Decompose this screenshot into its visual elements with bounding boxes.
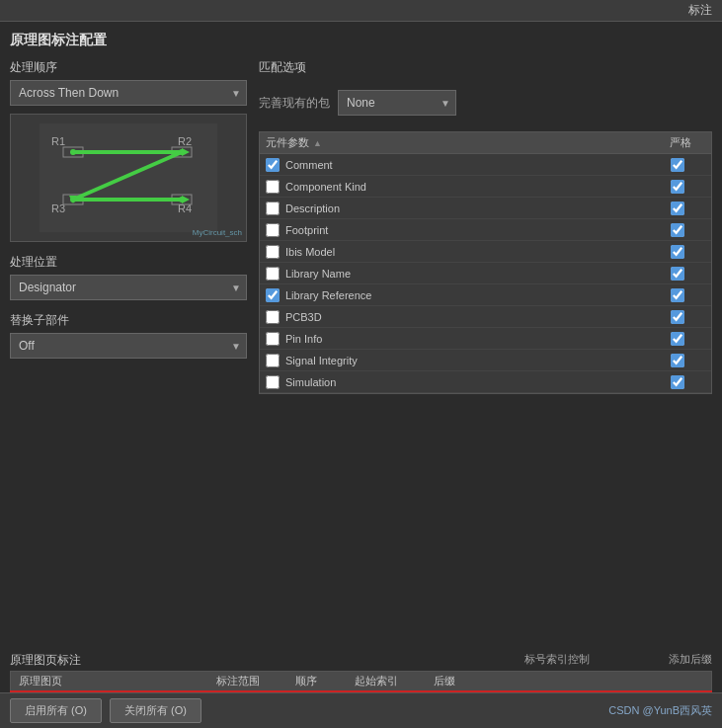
param-name-simulation: Simulation [285,376,656,388]
param-checkbox-componentkind[interactable] [266,180,280,194]
param-strict-check-comment[interactable] [671,158,684,172]
position-section-label: 处理位置 [10,254,247,271]
param-strict-description [656,202,705,215]
param-checkbox-footprint[interactable] [266,223,280,237]
replace-dropdown[interactable]: Off On [10,333,247,359]
param-strict-check-libraryname[interactable] [671,267,684,281]
col-range: 标注范围 [208,674,287,688]
param-strict-check-pcb3d[interactable] [671,310,684,324]
top-bar-label: 标注 [688,2,712,19]
col-suffix: 后缀 [426,674,485,688]
param-strict-check-description[interactable] [671,202,684,215]
param-row-comment: Comment [260,154,711,176]
col-order: 顺序 [287,674,347,688]
param-strict-ibismodel [656,245,705,259]
bottom-header-labels: 原理图页标注 标号索引控制 添加后缀 [10,652,712,669]
param-row-libraryname: Library Name [260,263,711,284]
param-strict-check-signalintegrity[interactable] [671,354,684,367]
bottom-section-title: 原理图页标注 [10,652,81,669]
param-row-footprint: Footprint [260,219,711,241]
svg-text:R1: R1 [51,135,65,147]
param-strict-check-footprint[interactable] [671,223,684,237]
param-name-libraryname: Library Name [285,268,656,280]
complete-row: 完善现有的包 None ▼ [259,90,712,116]
param-name-signalintegrity: Signal Integrity [285,355,656,366]
param-checkbox-libraryref[interactable] [266,288,280,302]
order-section: 处理顺序 Across Then Down Down Then Across B… [10,59,247,106]
enable-all-button[interactable]: 启用所有 (O) [10,698,102,723]
param-name-pininfo: Pin Info [285,333,656,345]
position-dropdown[interactable]: Designator Center Pin 1 [10,275,247,300]
param-checkbox-pininfo[interactable] [266,332,280,346]
strict-col-header: 严格 [656,135,705,150]
param-strict-check-pininfo[interactable] [671,332,684,346]
order-section-label: 处理顺序 [10,59,247,76]
right-panel: 匹配选项 完善现有的包 None ▼ 元件参数 [259,59,712,642]
param-checkbox-signalintegrity[interactable] [266,354,280,367]
param-name-libraryref: Library Reference [285,289,656,301]
param-strict-comment [656,158,705,172]
svg-point-15 [70,149,76,155]
preview-watermark: MyCircuit_sch [193,228,242,237]
param-row-componentkind: Component Kind [260,176,711,198]
param-checkbox-pcb3d[interactable] [266,310,280,324]
bottom-table-header1: 原理图页 标注范围 顺序 起始索引 后缀 [10,671,712,690]
param-name-description: Description [285,202,656,214]
param-name-ibismodel: Ibis Model [285,246,656,258]
content-area: 处理顺序 Across Then Down Down Then Across B… [10,59,712,642]
param-strict-pininfo [656,332,705,346]
param-strict-componentkind [656,180,705,194]
svg-text:R2: R2 [178,135,192,147]
param-checkbox-libraryname[interactable] [266,267,280,281]
params-col-label: 元件参数 [266,135,309,150]
bottom-toolbar: 启用所有 (O) 关闭所有 (O) CSDN @YunB西风英 [0,692,722,728]
param-strict-check-ibismodel[interactable] [671,245,684,259]
param-row-pininfo: Pin Info [260,328,711,350]
position-section: 处理位置 Designator Center Pin 1 ▼ [10,250,247,300]
param-row-libraryref: Library Reference [260,284,711,306]
param-strict-check-componentkind[interactable] [671,180,684,194]
param-strict-footprint [656,223,705,237]
param-row-pcb3d: PCB3D [260,306,711,328]
param-strict-check-simulation[interactable] [671,375,684,389]
preview-svg: R1 R2 R3 R4 [40,123,217,232]
col-schpage: 原理图页 [11,674,208,688]
param-name-comment: Comment [285,159,656,171]
svg-point-18 [179,197,185,202]
complete-label: 完善现有的包 [259,95,330,112]
replace-dropdown-container: Off On ▼ [10,333,247,359]
param-strict-libraryname [656,267,705,281]
top-bar: 标注 [0,0,722,22]
param-name-footprint: Footprint [285,224,656,236]
param-strict-signalintegrity [656,354,705,367]
watermark: CSDN @YunB西风英 [608,703,712,718]
param-name-pcb3d: PCB3D [285,311,656,323]
bottom-ctrl-labels: 标号索引控制 添加后缀 [524,652,712,669]
disable-all-button[interactable]: 关闭所有 (O) [110,698,201,723]
svg-point-16 [179,149,185,155]
preview-box: R1 R2 R3 R4 [10,114,247,242]
sort-icon: ▲ [313,138,322,148]
main-container: 原理图标注配置 处理顺序 Across Then Down Down Then … [0,22,722,728]
param-strict-simulation [656,375,705,389]
params-col-header: 元件参数 ▲ [266,135,656,150]
param-checkbox-description[interactable] [266,202,280,215]
position-dropdown-container: Designator Center Pin 1 ▼ [10,275,247,300]
param-row-ibismodel: Ibis Model [260,241,711,263]
param-row-simulation: Simulation [260,371,711,393]
param-checkbox-simulation[interactable] [266,375,280,389]
order-dropdown[interactable]: Across Then Down Down Then Across By X L… [10,80,247,106]
param-strict-check-libraryref[interactable] [671,288,684,302]
param-checkbox-comment[interactable] [266,158,280,172]
order-dropdown-container: Across Then Down Down Then Across By X L… [10,80,247,106]
toolbar-left: 启用所有 (O) 关闭所有 (O) [10,698,201,723]
add-suffix-title: 添加后缀 [669,652,712,669]
none-dropdown[interactable]: None [338,90,456,116]
param-row-description: Description [260,198,711,219]
param-strict-libraryref [656,288,705,302]
param-checkbox-ibismodel[interactable] [266,245,280,259]
params-table-header: 元件参数 ▲ 严格 [260,132,711,154]
replace-section: 替换子部件 Off On ▼ [10,308,247,359]
params-table: 元件参数 ▲ 严格 Comment Component Kind [259,131,712,394]
svg-point-17 [70,197,76,202]
